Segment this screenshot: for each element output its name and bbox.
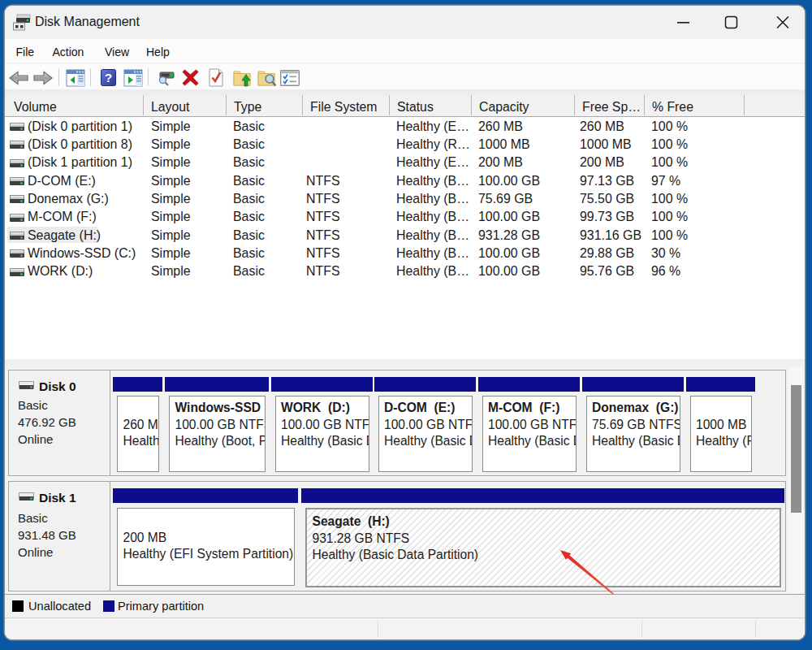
svg-text:?: ? <box>105 71 112 84</box>
